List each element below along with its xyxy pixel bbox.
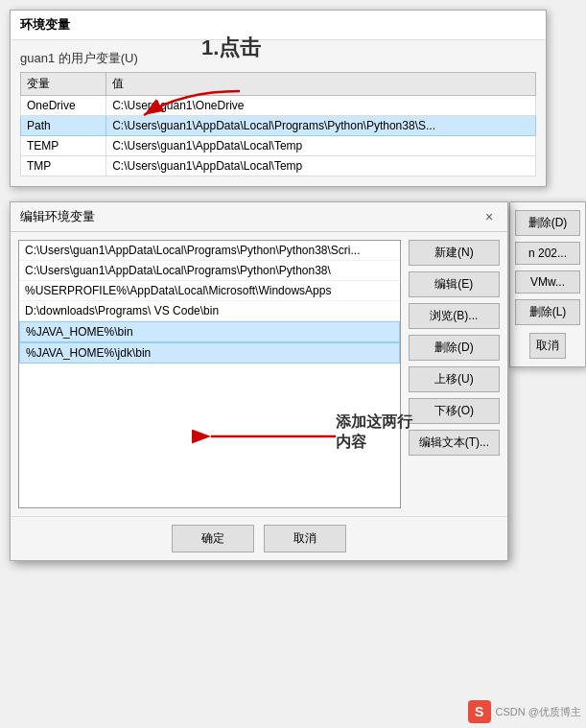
dialog-action-btn[interactable]: 上移(U) — [409, 366, 500, 392]
list-item[interactable]: C:\Users\guan1\AppData\Local\Programs\Py… — [19, 261, 400, 281]
dialog-action-btn[interactable]: 编辑文本(T)... — [409, 430, 500, 456]
table-row[interactable]: PathC:\Users\guan1\AppData\Local\Program… — [21, 116, 536, 136]
dialog-action-btn[interactable]: 新建(N) — [409, 240, 500, 266]
var-value-cell: C:\Users\guan1\AppData\Local\Temp — [106, 156, 536, 176]
close-button[interactable]: × — [481, 208, 498, 225]
list-item[interactable]: D:\downloads\Programs\ VS Code\bin — [19, 301, 400, 321]
list-item[interactable]: %JAVA_HOME%\bin — [19, 321, 400, 342]
dialog-action-btn[interactable]: 下移(O) — [409, 398, 500, 424]
col-header-var: 变量 — [21, 73, 106, 96]
var-value-cell: C:\Users\guan1\AppData\Local\Temp — [106, 136, 536, 156]
button-panel: 新建(N)编辑(E)浏览(B)...删除(D)上移(U)下移(O)编辑文本(T)… — [409, 240, 500, 508]
var-name-cell: OneDrive — [21, 96, 106, 116]
cancel-button[interactable]: 取消 — [264, 525, 346, 552]
table-row[interactable]: OneDriveC:\Users\guan1\OneDrive — [21, 96, 536, 116]
var-name-cell: TMP — [21, 156, 106, 176]
edit-dialog-footer: 确定取消 — [11, 516, 507, 560]
path-list[interactable]: C:\Users\guan1\AppData\Local\Programs\Py… — [18, 240, 401, 508]
edit-dialog-body: C:\Users\guan1\AppData\Local\Programs\Py… — [11, 232, 507, 516]
partial-btn-panel: 删除(D)n 202...VMw...删除(L) — [510, 202, 585, 333]
dialog-action-btn[interactable]: 浏览(B)... — [409, 303, 500, 329]
var-name-cell: Path — [21, 116, 106, 136]
partial-cancel-btn[interactable]: 取消 — [529, 333, 566, 359]
dialog-action-btn[interactable]: 编辑(E) — [409, 271, 500, 297]
user-var-table: 变量 值 OneDriveC:\Users\guan1\OneDrivePath… — [20, 72, 536, 176]
list-item[interactable]: %USERPROFILE%\AppData\Local\Microsoft\Wi… — [19, 281, 400, 301]
watermark-logo: S — [468, 700, 491, 723]
user-section-label: guan1 的用户变量(U) — [20, 50, 536, 67]
env-variables-window: 环境变量 guan1 的用户变量(U) 变量 值 OneDriveC:\User… — [10, 10, 547, 187]
table-row[interactable]: TEMPC:\Users\guan1\AppData\Local\Temp — [21, 136, 536, 156]
partial-action-btn[interactable]: 删除(D) — [515, 210, 580, 236]
env-window-body: guan1 的用户变量(U) 变量 值 OneDriveC:\Users\gua… — [11, 40, 546, 186]
dialog-action-btn[interactable]: 删除(D) — [409, 335, 500, 361]
list-item[interactable]: %JAVA_HOME%\jdk\bin — [19, 342, 400, 364]
var-value-cell: C:\Users\guan1\OneDrive — [106, 96, 536, 116]
partial-action-btn[interactable]: 删除(L) — [515, 299, 580, 325]
col-header-val: 值 — [106, 73, 536, 96]
partial-action-btn[interactable]: VMw... — [515, 270, 580, 294]
var-value-cell: C:\Users\guan1\AppData\Local\Programs\Py… — [106, 116, 536, 136]
ok-button[interactable]: 确定 — [172, 525, 254, 552]
watermark-text: CSDN @优质博主 — [496, 705, 581, 719]
edit-dialog-titlebar: 编辑环境变量 × — [11, 202, 507, 232]
list-item[interactable]: C:\Users\guan1\AppData\Local\Programs\Py… — [19, 241, 400, 261]
table-row[interactable]: TMPC:\Users\guan1\AppData\Local\Temp — [21, 156, 536, 176]
edit-dialog: 编辑环境变量 × C:\Users\guan1\AppData\Local\Pr… — [10, 201, 508, 561]
partial-action-btn[interactable]: n 202... — [515, 242, 580, 265]
watermark: S CSDN @优质博主 — [468, 700, 581, 723]
env-window-title: 环境变量 — [20, 16, 70, 34]
annotation-click: 1.点击 — [201, 34, 261, 62]
env-window-titlebar: 环境变量 — [11, 11, 546, 40]
partial-window: 删除(D)n 202...VMw...删除(L) 取消 — [509, 201, 586, 367]
edit-dialog-title: 编辑环境变量 — [20, 208, 95, 225]
var-name-cell: TEMP — [21, 136, 106, 156]
